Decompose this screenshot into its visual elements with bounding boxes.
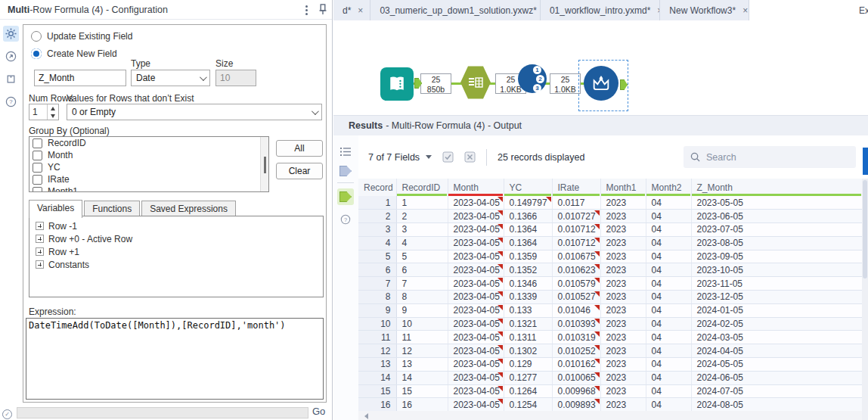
table-cell[interactable]: 2023-04-05 (448, 250, 504, 263)
multi-row-formula-tool[interactable] (584, 66, 618, 101)
group-by-item[interactable]: IRate (29, 173, 268, 185)
fields-summary[interactable]: 7 of 7 Fields (368, 152, 420, 163)
checkbox[interactable] (33, 163, 42, 173)
table-cell[interactable]: 2023 (600, 384, 646, 398)
vertical-scrollbar[interactable] (862, 179, 868, 420)
table-cell[interactable]: 2023 (600, 196, 646, 210)
select-all-checkbox-icon[interactable] (442, 151, 454, 163)
table-cell[interactable]: 0.1339 (504, 291, 552, 304)
table-cell[interactable]: 2023 (600, 210, 646, 223)
group-by-item[interactable]: Month1 (29, 185, 268, 192)
table-cell[interactable]: 2023-04-05 (448, 398, 504, 411)
table-cell[interactable]: 2023 (600, 223, 646, 237)
table-cell[interactable]: 0.1264 (504, 384, 552, 398)
connection-badge[interactable]: 25 850b (420, 73, 451, 94)
table-cell[interactable]: 0.010527 (552, 291, 600, 304)
checkbox[interactable] (33, 175, 42, 185)
expand-plus-icon[interactable] (36, 235, 44, 243)
checkbox[interactable] (33, 187, 42, 193)
table-cell[interactable]: 2023 (600, 331, 646, 344)
table-cell[interactable]: 2023-05-05 (691, 196, 862, 210)
table-row[interactable]: 12122023-04-050.13020.0102522023042024-0… (358, 344, 862, 358)
column-header-recordid[interactable]: RecordID (396, 179, 448, 196)
row-number-cell[interactable]: 10 (358, 317, 396, 331)
table-cell[interactable]: 04 (646, 277, 691, 291)
group-by-item[interactable]: YC (29, 161, 268, 173)
document-tab[interactable]: 03_numeric_up_down1_solution.yxwz*× (370, 0, 541, 20)
table-cell[interactable]: 0.1311 (504, 331, 552, 344)
table-cell[interactable]: 04 (646, 303, 691, 317)
table-cell[interactable]: 0.010252 (552, 344, 600, 358)
document-tab[interactable]: New Workflow3*× (660, 0, 749, 20)
table-cell[interactable]: 04 (646, 331, 691, 344)
table-cell[interactable]: 0.1346 (504, 277, 552, 291)
group-by-item[interactable]: Month (29, 149, 268, 161)
column-header-record[interactable]: Record (358, 179, 396, 196)
settings-gear-icon[interactable] (3, 26, 19, 42)
row-number-cell[interactable]: 12 (358, 344, 396, 358)
table-cell[interactable]: 2023 (600, 236, 646, 250)
expand-plus-icon[interactable] (36, 247, 44, 256)
table-cell[interactable]: 2024-03-05 (691, 331, 862, 344)
stepper-up-icon[interactable] (48, 104, 58, 112)
document-tab[interactable]: 01_workflow_intro.yxmd*× (541, 0, 660, 20)
table-row[interactable]: 16162023-04-050.12540.0098932023042024-0… (358, 398, 862, 411)
table-cell[interactable]: 6 (396, 263, 448, 277)
table-cell[interactable]: 04 (646, 398, 691, 411)
table-cell[interactable]: 2023-04-05 (448, 344, 504, 358)
table-row[interactable]: 13132023-04-050.1290.0101622023042024-05… (358, 358, 862, 372)
table-cell[interactable]: 0.009968 (552, 384, 600, 398)
table-cell[interactable]: 0.010393 (552, 317, 600, 331)
table-cell[interactable]: 2023-04-05 (448, 303, 504, 317)
table-cell[interactable]: 9 (396, 303, 448, 317)
go-button[interactable]: Go (312, 406, 325, 417)
table-cell[interactable]: 2024-04-05 (691, 344, 862, 358)
table-cell[interactable]: 0.1364 (504, 223, 552, 237)
column-header-yc[interactable]: YC (504, 179, 552, 196)
select-tool[interactable] (460, 65, 491, 100)
table-cell[interactable]: 2023-04-05 (448, 358, 504, 372)
table-cell[interactable]: 2024-07-05 (691, 384, 862, 398)
tab-saved-expressions[interactable]: Saved Expressions (141, 201, 236, 217)
values-dropdown[interactable]: 0 or Empty (67, 104, 322, 120)
table-cell[interactable]: 0.1321 (504, 317, 552, 331)
table-cell[interactable]: 1 (396, 196, 448, 210)
table-row[interactable]: 332023-04-050.13640.0107122023042023-07-… (358, 223, 862, 237)
table-cell[interactable]: 0.1364 (504, 236, 552, 250)
radio-create-new[interactable]: Create New Field (31, 48, 117, 59)
table-cell[interactable]: 2023 (600, 263, 646, 277)
table-cell[interactable]: 2023-06-05 (691, 210, 862, 223)
table-cell[interactable]: 04 (646, 196, 691, 210)
table-cell[interactable]: 04 (646, 317, 691, 331)
table-row[interactable]: 222023-04-050.13660.0107272023042023-06-… (358, 210, 862, 223)
table-cell[interactable]: 04 (646, 384, 691, 398)
table-row[interactable]: 10102023-04-050.13210.0103932023042024-0… (358, 317, 862, 331)
search-box[interactable] (684, 146, 856, 168)
table-cell[interactable]: 2023-04-05 (448, 317, 504, 331)
tree-item[interactable]: Row +0 - Active Row (31, 232, 321, 245)
table-cell[interactable]: 2023-04-05 (448, 263, 504, 277)
table-cell[interactable]: 16 (396, 398, 448, 411)
table-cell[interactable]: 2024-05-05 (691, 358, 862, 372)
table-cell[interactable]: 04 (646, 223, 691, 237)
row-number-cell[interactable]: 4 (358, 236, 396, 250)
table-cell[interactable]: 2023-04-05 (448, 331, 504, 344)
expression-editor[interactable]: DateTimeAdd(ToDate([Month]),[RecordID],'… (26, 318, 324, 400)
row-number-cell[interactable]: 16 (358, 398, 396, 411)
table-cell[interactable]: 2024-08-05 (691, 398, 862, 411)
document-tab[interactable]: Example Datetime.yxmd (749, 0, 868, 20)
table-row[interactable]: 992023-04-050.1330.010462023042024-01-05 (358, 303, 862, 317)
metadata-list-icon[interactable] (337, 143, 354, 160)
table-row[interactable]: 112023-04-050.1497970.01172023042023-05-… (358, 196, 862, 210)
table-cell[interactable]: 0.010727 (552, 210, 600, 223)
table-cell[interactable]: 2023 (600, 250, 646, 263)
table-cell[interactable]: 0.010579 (552, 277, 600, 291)
all-button[interactable]: All (276, 140, 323, 157)
table-cell[interactable]: 2023-04-05 (448, 196, 504, 210)
table-cell[interactable]: 10 (396, 317, 448, 331)
table-cell[interactable]: 2023-04-05 (448, 371, 504, 384)
table-cell[interactable]: 13 (396, 358, 448, 372)
table-cell[interactable]: 2023-09-05 (691, 250, 862, 263)
search-input[interactable] (706, 152, 835, 163)
table-cell[interactable]: 14 (396, 371, 448, 384)
